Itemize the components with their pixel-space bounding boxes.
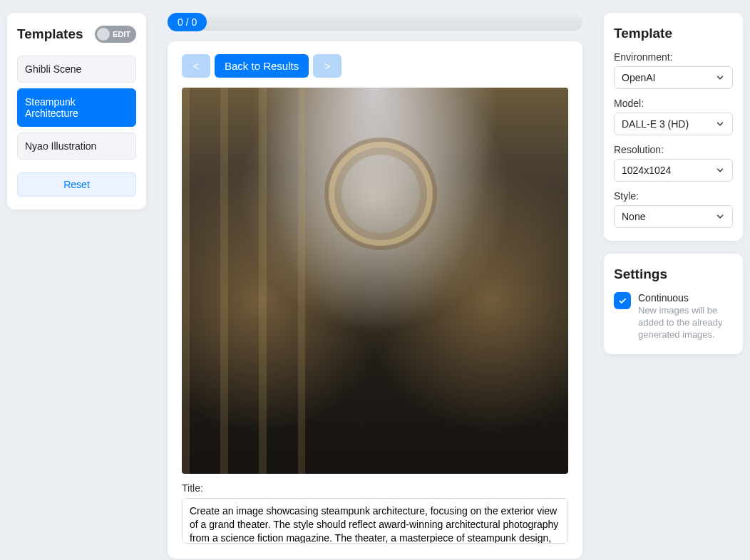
template-item-ghibli[interactable]: Ghibli Scene: [17, 56, 136, 83]
chevron-down-icon: [715, 212, 725, 222]
prompt-textarea[interactable]: [182, 498, 568, 544]
result-panel: < Back to Results > Title:: [168, 41, 582, 559]
environment-label: Environment:: [614, 51, 733, 63]
template-settings-panel: Template Environment: OpenAI Model: DALL…: [604, 13, 743, 241]
progress-row: 0 / 0: [168, 13, 582, 31]
continuous-description: New images will be added to the already …: [638, 305, 733, 341]
prev-button[interactable]: <: [182, 54, 210, 78]
template-list: Ghibli Scene Steampunk Architecture Nyao…: [17, 56, 136, 160]
template-item-steampunk[interactable]: Steampunk Architecture: [17, 88, 136, 127]
chevron-down-icon: [715, 165, 725, 175]
continuous-checkbox[interactable]: [614, 292, 631, 309]
next-button[interactable]: >: [313, 54, 341, 78]
style-select[interactable]: None: [614, 205, 733, 228]
resolution-value: 1024x1024: [622, 165, 671, 176]
title-field-label: Title:: [182, 482, 568, 494]
settings-panel-title: Settings: [614, 266, 733, 282]
edit-toggle-label: EDIT: [113, 30, 130, 38]
environment-select[interactable]: OpenAI: [614, 66, 733, 89]
template-item-nyao[interactable]: Nyao Illustration: [17, 133, 136, 160]
toggle-knob: [97, 28, 110, 41]
environment-value: OpenAI: [622, 72, 655, 83]
model-label: Model:: [614, 98, 733, 109]
style-label: Style:: [614, 190, 733, 202]
check-icon: [617, 296, 627, 306]
continuous-label: Continuous: [638, 292, 733, 304]
generated-image[interactable]: [182, 88, 568, 474]
back-to-results-button[interactable]: Back to Results: [215, 54, 309, 78]
model-value: DALL-E 3 (HD): [622, 118, 689, 130]
progress-bar: [197, 14, 582, 31]
edit-toggle[interactable]: EDIT: [95, 26, 136, 43]
templates-title: Templates: [17, 26, 83, 42]
template-panel-title: Template: [614, 26, 733, 41]
templates-panel: Templates EDIT Ghibli Scene Steampunk Ar…: [7, 13, 146, 209]
model-select[interactable]: DALL-E 3 (HD): [614, 113, 733, 135]
resolution-select[interactable]: 1024x1024: [614, 159, 733, 182]
reset-button[interactable]: Reset: [17, 172, 136, 197]
chevron-down-icon: [715, 73, 725, 83]
progress-counter: 0 / 0: [168, 13, 207, 31]
chevron-down-icon: [715, 119, 725, 129]
settings-panel: Settings Continuous New images will be a…: [604, 254, 743, 354]
resolution-label: Resolution:: [614, 144, 733, 155]
style-value: None: [622, 211, 645, 222]
